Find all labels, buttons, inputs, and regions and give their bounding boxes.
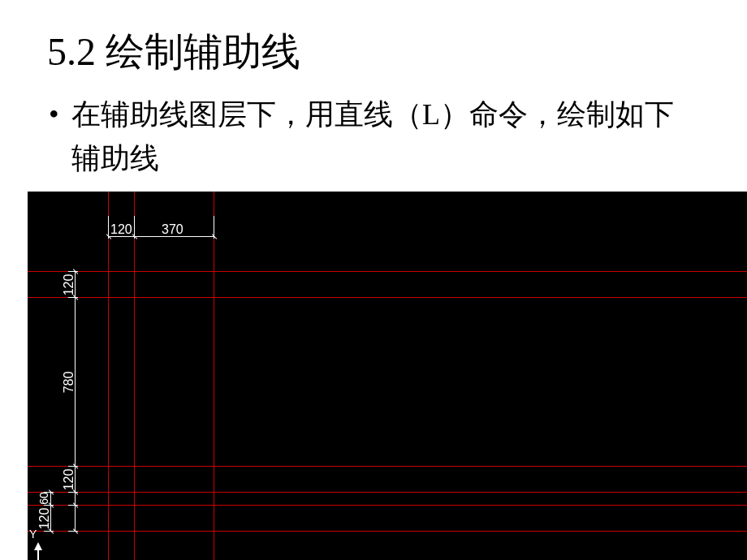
construction-line-h [28,531,747,532]
dimension-value: 120 [110,222,132,237]
ucs-y-label: Y [29,528,37,541]
dimension-value: 780 [62,372,76,394]
construction-line-h [28,505,747,506]
dimension-value: 120 [37,508,52,530]
dimension-value: 120 [62,274,76,296]
ucs-arrow-icon [34,542,42,550]
bullet-list: 在辅助线图层下，用直线（L）命令，绘制如下辅助线 [0,78,747,180]
construction-line-h [28,492,747,493]
bullet-item: 在辅助线图层下，用直线（L）命令，绘制如下辅助线 [71,93,698,180]
construction-line-h [28,466,747,467]
slide: 5.2 绘制辅助线 在辅助线图层下，用直线（L）命令，绘制如下辅助线 120 3… [0,0,747,560]
slide-heading: 5.2 绘制辅助线 [0,0,747,78]
cad-screenshot: 120 370 120 780 120 60 120 Y [28,192,747,560]
dimension-value: 120 [62,469,76,491]
dimension-value: 370 [162,222,184,237]
construction-line-h [28,297,747,298]
construction-line-h [28,271,747,272]
ucs-axis [37,550,39,560]
dimension-value: 60 [37,492,50,505]
